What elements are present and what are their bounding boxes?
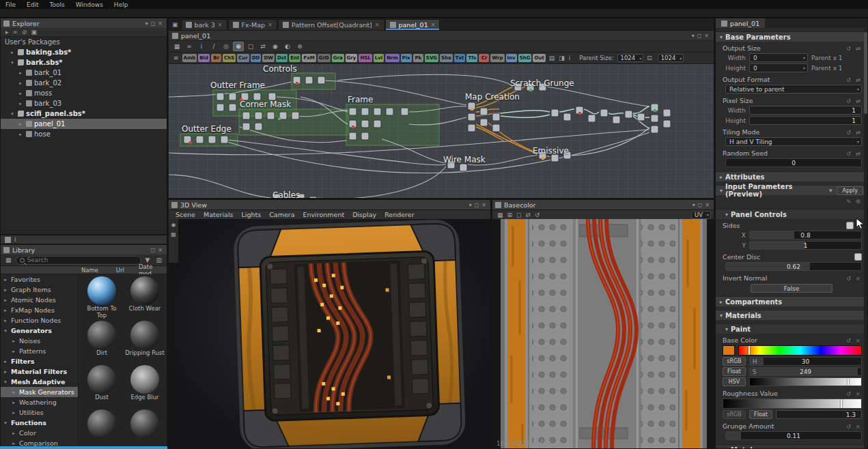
param-row-icons[interactable]: ↺ ×	[846, 275, 862, 282]
menu3d-display[interactable]: Display	[348, 211, 380, 218]
library-cat-color[interactable]: ▸Color	[1, 428, 78, 438]
display-mode-icon[interactable]: ◐	[282, 42, 293, 51]
section-input-parameters[interactable]: ▾ Input Parameters (Preview) ▾ Apply	[716, 185, 867, 195]
filter-chip-hsl[interactable]: HSL	[359, 54, 372, 62]
hue-bar[interactable]	[738, 345, 862, 356]
library-item-cloth-wear[interactable]: Cloth Wear	[125, 276, 165, 319]
section-metal[interactable]: ▾Metal	[716, 444, 867, 449]
graph-group-corner-mask[interactable]: Corner Mask	[240, 100, 291, 109]
divider-icon[interactable]: /	[208, 42, 219, 51]
fit-view-icon[interactable]: ⊞	[505, 212, 515, 218]
library-search-input[interactable]	[27, 257, 137, 263]
filter-chip-tfs[interactable]: Tfs	[466, 54, 477, 62]
expand-arrow-icon[interactable]: ▾	[2, 379, 9, 385]
saturation-slider[interactable]: S249	[749, 367, 862, 376]
graph-group-scratch-grunge[interactable]: Scratch Grunge	[510, 78, 574, 88]
expand-arrow-icon[interactable]: ▸	[17, 132, 24, 137]
graph-group-cables[interactable]: Cables	[272, 190, 300, 198]
parent-size-width-combo[interactable]: 1024	[617, 54, 644, 62]
swap-icon[interactable]: ⇄	[257, 42, 268, 51]
float-panel-icon[interactable]: ◻	[150, 247, 157, 253]
graph-group-outter-edge[interactable]: Outter Edge	[182, 124, 232, 134]
library-cat-mask-generators[interactable]: ▸Mask Generators	[1, 387, 78, 397]
snap-grid-icon[interactable]: ▦	[171, 42, 182, 51]
graph-settings-icon[interactable]: ⊛	[294, 42, 305, 51]
library-menu-icon[interactable]: ▦	[3, 257, 14, 263]
invert-normal-toggle[interactable]: False	[751, 284, 832, 293]
graph-tab-fx-map[interactable]: Fx-Map×	[228, 19, 277, 30]
graph-tab-bark-3[interactable]: bark 3×	[181, 19, 227, 30]
expand-arrow-icon[interactable]: ▸	[2, 298, 9, 303]
expand-arrow-icon[interactable]: ▸	[2, 318, 9, 323]
filter-chip-out[interactable]: Out	[533, 54, 545, 62]
pan-icon[interactable]: ⊕	[233, 42, 244, 51]
param-row-icons[interactable]: ↺ ×	[846, 423, 862, 430]
filter-chip-gra[interactable]: Gra	[332, 54, 344, 62]
expand-arrow-icon[interactable]: ▸	[2, 369, 9, 375]
expand-arrow-icon[interactable]: ▸	[10, 410, 17, 416]
expand-arrow-icon[interactable]: ▸	[17, 70, 24, 76]
expand-arrow-icon[interactable]: ▸	[10, 390, 17, 395]
expand-arrow-icon[interactable]: ▸	[17, 81, 24, 86]
float-panel-icon[interactable]: ◻	[696, 33, 703, 39]
close-panel-icon[interactable]: ×	[156, 247, 164, 253]
tree-item-bark-01[interactable]: ▸bark_01	[1, 68, 167, 78]
filter-chip-nrm[interactable]: Nrm	[385, 54, 400, 62]
apply-button[interactable]: Apply	[837, 186, 863, 195]
filter-list-icon[interactable]: ≡	[171, 55, 181, 61]
properties-tab[interactable]: panel_01	[716, 18, 765, 28]
menu3d-environment[interactable]: Environment	[298, 211, 348, 218]
expand-arrow-icon[interactable]: ▸	[9, 50, 16, 55]
library-item[interactable]	[125, 409, 165, 448]
expand-arrow-icon[interactable]: ▸	[17, 91, 24, 96]
library-cat-graph-items[interactable]: ▸Graph Items	[1, 285, 78, 295]
close-panel-icon[interactable]: ×	[703, 33, 710, 39]
center-disc-slider[interactable]: 0.62	[725, 262, 862, 271]
graph-group-frame[interactable]: Frame	[348, 95, 373, 104]
expose-button[interactable]	[846, 222, 854, 229]
library-item-bottom-to-top[interactable]: Bottom To Top	[82, 276, 122, 319]
filter-chip-gry[interactable]: Gry	[346, 54, 358, 62]
roughness-field[interactable]: 1.3	[776, 410, 862, 419]
library-cat-patterns[interactable]: ▸Patterns	[1, 346, 78, 356]
graph-group-wire-mask[interactable]: Wire Mask	[443, 155, 486, 164]
close-tab-icon[interactable]: ×	[431, 22, 436, 28]
srgb-button[interactable]: sRGB	[723, 357, 746, 366]
filter-chip-svg[interactable]: SVG	[425, 54, 438, 62]
section-base-parameters[interactable]: ▾Base Parameters	[716, 31, 867, 42]
close-tab-icon[interactable]: ×	[268, 22, 272, 28]
menu3d-materials[interactable]: Materials	[199, 211, 238, 218]
library-cat-utilities[interactable]: ▸Utilities	[1, 407, 78, 418]
param-row-icons[interactable]: ↺ ×	[846, 337, 862, 344]
expand-arrow-icon[interactable]: ▸	[2, 277, 9, 283]
filter-chip-sha[interactable]: Sha	[440, 54, 453, 62]
filter-chip-amb[interactable]: Amb	[182, 54, 197, 62]
graph-group-emissive[interactable]: Emissive	[533, 146, 569, 156]
pin-panel-icon[interactable]: ▾	[691, 202, 697, 208]
funnel-icon[interactable]: ▼	[143, 257, 152, 263]
hue-slider[interactable]: H30	[749, 357, 862, 366]
uv-combo[interactable]: UV	[691, 211, 711, 219]
unlink-icon[interactable]: ⊘	[20, 29, 29, 35]
hsv-button[interactable]: HSV	[723, 377, 746, 386]
wireframe-icon[interactable]: ▦	[171, 231, 176, 237]
tiling-mode-combo[interactable]: H and V Tiling	[725, 137, 862, 146]
param-row-icons[interactable]: ↺ ⇄	[846, 98, 862, 104]
tree-item-panel-01[interactable]: ▸panel_01	[1, 119, 167, 129]
focus-icon[interactable]: ◉	[270, 42, 281, 51]
view-toggle-icon[interactable]: ▥	[154, 257, 164, 263]
comment-icon[interactable]: ▤	[547, 55, 557, 61]
filter-chip-dw[interactable]: DW	[262, 54, 275, 62]
menu3d-camera[interactable]: Camera	[265, 211, 298, 218]
filter-chip-pk[interactable]: Pk	[413, 54, 423, 62]
close-tab-icon[interactable]: ×	[218, 22, 223, 28]
filter-chip-fxm[interactable]: FxM	[302, 54, 316, 62]
sides-x-slider[interactable]: 0.8	[749, 231, 862, 240]
section-panel-controls[interactable]: ▾Panel Controls	[716, 209, 867, 219]
graph-canvas[interactable]: ControlsOutter FrameCorner MaskFrameScra…	[169, 64, 714, 198]
channel-icon[interactable]: ⇄	[524, 212, 533, 218]
filter-chip-chs[interactable]: ChS	[223, 54, 236, 62]
info-bar[interactable]: i	[0, 235, 167, 244]
filter-chip-ent[interactable]: Ent	[289, 54, 300, 62]
section-paint[interactable]: ▾Paint	[716, 323, 867, 334]
